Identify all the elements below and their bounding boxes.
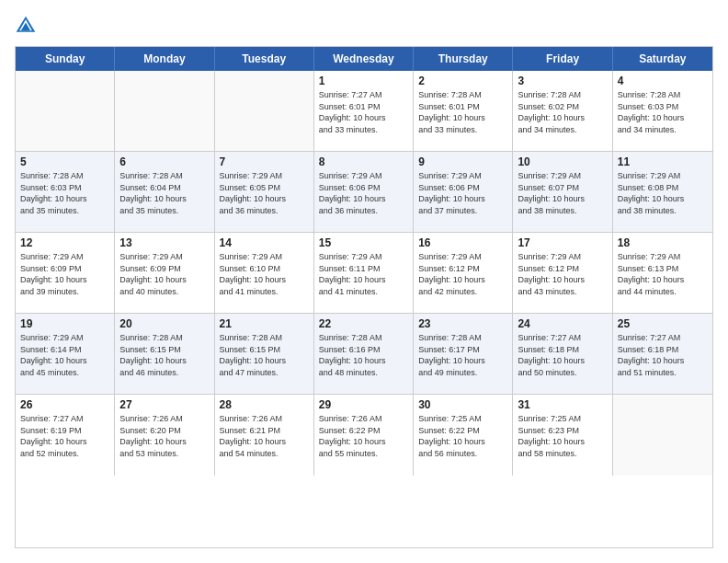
calendar-cell: 16Sunrise: 7:29 AM Sunset: 6:12 PM Dayli…	[414, 233, 513, 313]
day-number: 29	[319, 398, 408, 411]
day-info: Sunrise: 7:29 AM Sunset: 6:05 PM Dayligh…	[220, 170, 309, 216]
day-info: Sunrise: 7:28 AM Sunset: 6:15 PM Dayligh…	[220, 332, 309, 378]
calendar-cell: 14Sunrise: 7:29 AM Sunset: 6:10 PM Dayli…	[215, 233, 314, 313]
calendar-cell: 4Sunrise: 7:28 AM Sunset: 6:03 PM Daylig…	[613, 71, 712, 151]
day-info: Sunrise: 7:27 AM Sunset: 6:18 PM Dayligh…	[518, 332, 607, 378]
calendar-cell: 26Sunrise: 7:27 AM Sunset: 6:19 PM Dayli…	[16, 395, 115, 476]
page: SundayMondayTuesdayWednesdayThursdayFrid…	[0, 0, 728, 563]
calendar-cell: 1Sunrise: 7:27 AM Sunset: 6:01 PM Daylig…	[314, 71, 414, 151]
day-number: 19	[20, 317, 109, 330]
day-number: 4	[618, 75, 708, 87]
day-info: Sunrise: 7:25 AM Sunset: 6:23 PM Dayligh…	[518, 413, 607, 459]
day-number: 1	[319, 75, 408, 87]
weekday-header: Saturday	[613, 47, 712, 71]
day-info: Sunrise: 7:29 AM Sunset: 6:07 PM Dayligh…	[518, 170, 607, 216]
day-number: 11	[618, 155, 708, 168]
calendar-cell: 17Sunrise: 7:29 AM Sunset: 6:12 PM Dayli…	[513, 233, 612, 313]
day-info: Sunrise: 7:29 AM Sunset: 6:13 PM Dayligh…	[618, 251, 708, 297]
day-number: 17	[518, 236, 607, 249]
calendar-cell: 31Sunrise: 7:25 AM Sunset: 6:23 PM Dayli…	[513, 395, 612, 476]
day-number: 18	[618, 236, 708, 249]
day-number: 24	[518, 317, 607, 330]
day-number: 26	[20, 398, 109, 411]
day-number: 9	[418, 155, 507, 168]
weekday-header: Monday	[115, 47, 214, 71]
calendar-cell: 5Sunrise: 7:28 AM Sunset: 6:03 PM Daylig…	[16, 152, 115, 232]
calendar-cell: 10Sunrise: 7:29 AM Sunset: 6:07 PM Dayli…	[513, 152, 612, 232]
day-number: 8	[319, 155, 408, 168]
calendar-week: 19Sunrise: 7:29 AM Sunset: 6:14 PM Dayli…	[16, 314, 712, 395]
weekday-header: Wednesday	[314, 47, 414, 71]
day-number: 7	[220, 155, 309, 168]
calendar-cell: 6Sunrise: 7:28 AM Sunset: 6:04 PM Daylig…	[115, 152, 214, 232]
day-info: Sunrise: 7:29 AM Sunset: 6:09 PM Dayligh…	[119, 251, 209, 297]
day-info: Sunrise: 7:28 AM Sunset: 6:16 PM Dayligh…	[319, 332, 408, 378]
calendar-cell: 28Sunrise: 7:26 AM Sunset: 6:21 PM Dayli…	[215, 395, 314, 476]
calendar-cell: 18Sunrise: 7:29 AM Sunset: 6:13 PM Dayli…	[613, 233, 712, 313]
day-number: 13	[119, 236, 209, 249]
day-info: Sunrise: 7:29 AM Sunset: 6:06 PM Dayligh…	[418, 170, 507, 216]
day-info: Sunrise: 7:27 AM Sunset: 6:01 PM Dayligh…	[319, 89, 408, 135]
day-number: 3	[518, 75, 607, 87]
day-info: Sunrise: 7:29 AM Sunset: 6:10 PM Dayligh…	[220, 251, 309, 297]
weekday-header: Sunday	[16, 47, 115, 71]
day-number: 30	[418, 398, 507, 411]
weekday-header: Tuesday	[215, 47, 314, 71]
calendar-cell: 15Sunrise: 7:29 AM Sunset: 6:11 PM Dayli…	[314, 233, 414, 313]
day-info: Sunrise: 7:29 AM Sunset: 6:14 PM Dayligh…	[20, 332, 109, 378]
day-number: 22	[319, 317, 408, 330]
day-info: Sunrise: 7:26 AM Sunset: 6:22 PM Dayligh…	[319, 413, 408, 459]
calendar-cell: 13Sunrise: 7:29 AM Sunset: 6:09 PM Dayli…	[115, 233, 214, 313]
calendar-cell: 3Sunrise: 7:28 AM Sunset: 6:02 PM Daylig…	[513, 71, 612, 151]
calendar-cell: 24Sunrise: 7:27 AM Sunset: 6:18 PM Dayli…	[513, 314, 612, 394]
calendar-cell	[115, 71, 214, 151]
day-info: Sunrise: 7:29 AM Sunset: 6:08 PM Dayligh…	[618, 170, 708, 216]
day-number: 27	[119, 398, 209, 411]
calendar-body: 1Sunrise: 7:27 AM Sunset: 6:01 PM Daylig…	[16, 71, 712, 476]
day-info: Sunrise: 7:28 AM Sunset: 6:03 PM Dayligh…	[20, 170, 109, 216]
calendar-cell: 7Sunrise: 7:29 AM Sunset: 6:05 PM Daylig…	[215, 152, 314, 232]
day-number: 15	[319, 236, 408, 249]
calendar-cell: 29Sunrise: 7:26 AM Sunset: 6:22 PM Dayli…	[314, 395, 414, 476]
calendar-week: 1Sunrise: 7:27 AM Sunset: 6:01 PM Daylig…	[16, 71, 712, 152]
calendar-week: 26Sunrise: 7:27 AM Sunset: 6:19 PM Dayli…	[16, 395, 712, 476]
day-info: Sunrise: 7:28 AM Sunset: 6:17 PM Dayligh…	[418, 332, 507, 378]
day-number: 16	[418, 236, 507, 249]
day-number: 14	[220, 236, 309, 249]
calendar-cell: 12Sunrise: 7:29 AM Sunset: 6:09 PM Dayli…	[16, 233, 115, 313]
calendar-week: 12Sunrise: 7:29 AM Sunset: 6:09 PM Dayli…	[16, 233, 712, 314]
day-number: 12	[20, 236, 109, 249]
day-info: Sunrise: 7:25 AM Sunset: 6:22 PM Dayligh…	[418, 413, 507, 459]
calendar-cell: 27Sunrise: 7:26 AM Sunset: 6:20 PM Dayli…	[115, 395, 214, 476]
calendar-cell: 22Sunrise: 7:28 AM Sunset: 6:16 PM Dayli…	[314, 314, 414, 394]
calendar-cell	[215, 71, 314, 151]
calendar-cell: 23Sunrise: 7:28 AM Sunset: 6:17 PM Dayli…	[414, 314, 513, 394]
day-info: Sunrise: 7:29 AM Sunset: 6:12 PM Dayligh…	[518, 251, 607, 297]
calendar-cell: 9Sunrise: 7:29 AM Sunset: 6:06 PM Daylig…	[414, 152, 513, 232]
logo-icon	[15, 15, 37, 37]
day-info: Sunrise: 7:26 AM Sunset: 6:20 PM Dayligh…	[119, 413, 209, 459]
day-info: Sunrise: 7:28 AM Sunset: 6:03 PM Dayligh…	[618, 89, 708, 135]
day-number: 31	[518, 398, 607, 411]
header	[15, 15, 713, 37]
calendar-cell: 20Sunrise: 7:28 AM Sunset: 6:15 PM Dayli…	[115, 314, 214, 394]
day-info: Sunrise: 7:27 AM Sunset: 6:18 PM Dayligh…	[618, 332, 708, 378]
weekday-header: Friday	[513, 47, 612, 71]
calendar-cell: 19Sunrise: 7:29 AM Sunset: 6:14 PM Dayli…	[16, 314, 115, 394]
day-info: Sunrise: 7:29 AM Sunset: 6:12 PM Dayligh…	[418, 251, 507, 297]
calendar-cell: 25Sunrise: 7:27 AM Sunset: 6:18 PM Dayli…	[613, 314, 712, 394]
calendar-cell: 30Sunrise: 7:25 AM Sunset: 6:22 PM Dayli…	[414, 395, 513, 476]
day-info: Sunrise: 7:29 AM Sunset: 6:06 PM Dayligh…	[319, 170, 408, 216]
calendar-cell: 2Sunrise: 7:28 AM Sunset: 6:01 PM Daylig…	[414, 71, 513, 151]
day-info: Sunrise: 7:28 AM Sunset: 6:04 PM Dayligh…	[119, 170, 209, 216]
day-number: 5	[20, 155, 109, 168]
calendar-cell	[613, 395, 712, 476]
calendar-cell: 11Sunrise: 7:29 AM Sunset: 6:08 PM Dayli…	[613, 152, 712, 232]
weekday-header: Thursday	[414, 47, 513, 71]
day-number: 20	[119, 317, 209, 330]
calendar: SundayMondayTuesdayWednesdayThursdayFrid…	[15, 46, 713, 548]
day-info: Sunrise: 7:29 AM Sunset: 6:11 PM Dayligh…	[319, 251, 408, 297]
day-number: 2	[418, 75, 507, 87]
day-number: 10	[518, 155, 607, 168]
day-info: Sunrise: 7:27 AM Sunset: 6:19 PM Dayligh…	[20, 413, 109, 459]
